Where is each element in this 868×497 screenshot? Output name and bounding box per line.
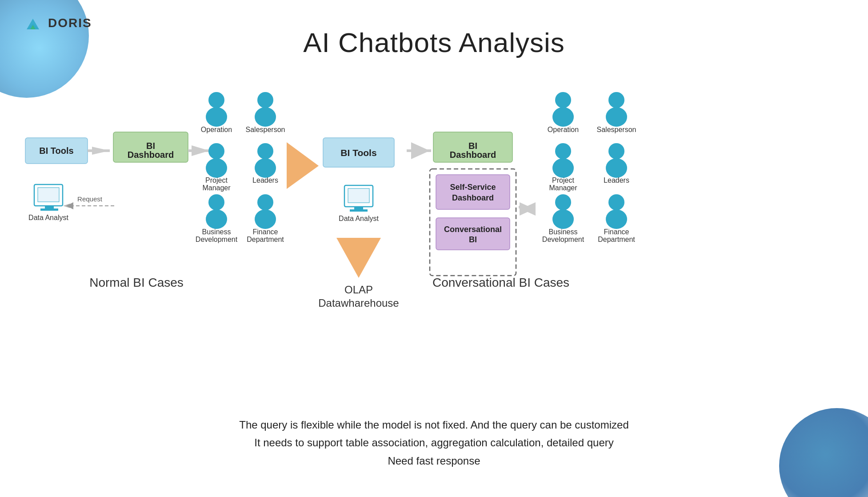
svg-rect-34: [348, 188, 369, 203]
svg-point-23: [257, 143, 273, 159]
svg-point-19: [255, 107, 276, 127]
conversational-bi-label: Conversational: [444, 225, 501, 234]
svg-text:Development: Development: [195, 236, 237, 243]
svg-point-18: [257, 92, 273, 108]
svg-point-26: [206, 209, 227, 229]
svg-text:Development: Development: [542, 236, 584, 243]
page-title: AI Chatbots Analysis: [0, 27, 868, 58]
left-data-analyst-label: Data Analyst: [28, 214, 68, 221]
normal-bi-label: Normal BI Cases: [89, 276, 184, 289]
svg-point-20: [208, 143, 224, 159]
svg-point-24: [255, 158, 276, 178]
svg-point-54: [555, 143, 571, 159]
svg-point-55: [552, 158, 574, 178]
svg-rect-9: [188, 149, 210, 152]
mid-salesperson-label: Salesperson: [245, 126, 285, 133]
main-diagram: BI Tools BI Dashboard Data Analyst Reque…: [12, 69, 856, 322]
svg-point-16: [208, 92, 224, 108]
svg-rect-36: [350, 209, 368, 212]
svg-point-21: [206, 158, 227, 178]
right-business-dev-label: Business: [548, 228, 577, 236]
svg-point-53: [606, 107, 627, 127]
self-service-label: Self-Service: [450, 183, 496, 192]
olap-line1: OLAP: [344, 284, 372, 296]
left-bi-tools-label: BI Tools: [39, 146, 73, 156]
mid-business-dev-label: Business: [202, 228, 231, 236]
svg-point-57: [608, 143, 624, 159]
svg-text:BI: BI: [146, 141, 155, 151]
svg-point-60: [552, 209, 574, 229]
left-bi-dashboard-label: Dashboard: [127, 150, 173, 160]
svg-text:Department: Department: [247, 236, 284, 243]
mid-operation-label: Operation: [200, 126, 232, 133]
svg-point-25: [208, 194, 224, 210]
svg-text:Dashboard: Dashboard: [452, 193, 493, 202]
bottom-line2: It needs to support table association, a…: [0, 434, 868, 452]
right-bi-dashboard-label: Dashboard: [449, 150, 496, 160]
right-operation-label: Operation: [547, 126, 578, 133]
svg-point-58: [606, 158, 627, 178]
svg-point-59: [555, 194, 571, 210]
svg-point-52: [608, 92, 624, 108]
mid-right-data-analyst: Data Analyst: [339, 215, 379, 222]
svg-text:Manager: Manager: [202, 184, 231, 192]
svg-point-50: [555, 92, 571, 108]
svg-rect-11: [38, 188, 59, 202]
olap-line2: Datawharehouse: [318, 297, 399, 309]
mid-bi-tools-label: BI Tools: [340, 148, 376, 158]
svg-marker-31: [287, 142, 319, 189]
bottom-line1: The query is flexible while the model is…: [0, 416, 868, 434]
diagram-wrapper: BI Tools BI Dashboard Data Analyst Reque…: [0, 69, 868, 322]
mid-finance-label: Finance: [252, 228, 278, 236]
svg-marker-37: [336, 238, 381, 278]
svg-point-51: [552, 107, 574, 127]
svg-rect-13: [40, 208, 58, 211]
svg-point-17: [206, 107, 227, 127]
bottom-text-section: The query is flexible while the model is…: [0, 416, 868, 470]
right-leaders-label: Leaders: [604, 176, 629, 184]
svg-point-62: [608, 194, 624, 210]
svg-rect-5: [88, 149, 110, 152]
svg-text:BI: BI: [468, 141, 477, 151]
svg-text:Department: Department: [598, 236, 635, 243]
right-finance-label: Finance: [604, 228, 629, 236]
svg-text:Manager: Manager: [549, 184, 577, 192]
conversational-bi-cases-label: Conversational BI Cases: [432, 276, 569, 289]
right-project-manager-label: Project: [552, 176, 574, 184]
request-label: Request: [77, 195, 103, 203]
mid-project-manager-label: Project: [205, 176, 228, 184]
svg-rect-35: [354, 207, 363, 209]
svg-rect-45: [436, 218, 510, 250]
svg-marker-15: [63, 204, 70, 208]
svg-point-28: [257, 194, 273, 210]
svg-rect-43: [436, 175, 510, 209]
svg-point-63: [606, 209, 627, 229]
right-salesperson-label: Salesperson: [596, 126, 636, 133]
mid-leaders-label: Leaders: [252, 176, 278, 184]
svg-text:BI: BI: [469, 235, 477, 244]
bottom-line3: Need fast response: [0, 452, 868, 470]
svg-rect-39: [407, 149, 431, 152]
svg-rect-12: [45, 206, 54, 208]
svg-point-29: [255, 209, 276, 229]
